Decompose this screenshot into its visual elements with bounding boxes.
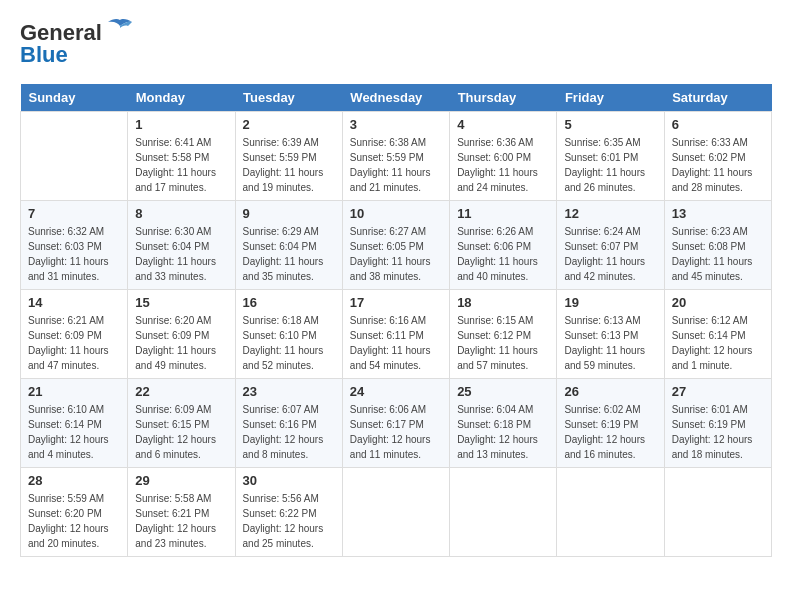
calendar-cell: 18Sunrise: 6:15 AMSunset: 6:12 PMDayligh… [450, 290, 557, 379]
calendar-cell [557, 468, 664, 557]
day-number: 26 [564, 384, 656, 399]
calendar-cell: 25Sunrise: 6:04 AMSunset: 6:18 PMDayligh… [450, 379, 557, 468]
day-number: 19 [564, 295, 656, 310]
calendar-week-row: 14Sunrise: 6:21 AMSunset: 6:09 PMDayligh… [21, 290, 772, 379]
calendar-cell: 30Sunrise: 5:56 AMSunset: 6:22 PMDayligh… [235, 468, 342, 557]
cell-info: Sunrise: 6:16 AMSunset: 6:11 PMDaylight:… [350, 313, 442, 373]
calendar-cell: 12Sunrise: 6:24 AMSunset: 6:07 PMDayligh… [557, 201, 664, 290]
cell-info: Sunrise: 6:01 AMSunset: 6:19 PMDaylight:… [672, 402, 764, 462]
calendar-week-row: 28Sunrise: 5:59 AMSunset: 6:20 PMDayligh… [21, 468, 772, 557]
calendar-cell: 15Sunrise: 6:20 AMSunset: 6:09 PMDayligh… [128, 290, 235, 379]
calendar-body: 1Sunrise: 6:41 AMSunset: 5:58 PMDaylight… [21, 112, 772, 557]
cell-info: Sunrise: 6:12 AMSunset: 6:14 PMDaylight:… [672, 313, 764, 373]
day-header-tuesday: Tuesday [235, 84, 342, 112]
cell-info: Sunrise: 5:59 AMSunset: 6:20 PMDaylight:… [28, 491, 120, 551]
cell-info: Sunrise: 6:24 AMSunset: 6:07 PMDaylight:… [564, 224, 656, 284]
day-number: 20 [672, 295, 764, 310]
cell-info: Sunrise: 6:26 AMSunset: 6:06 PMDaylight:… [457, 224, 549, 284]
logo-blue-text: Blue [20, 42, 68, 68]
cell-info: Sunrise: 6:21 AMSunset: 6:09 PMDaylight:… [28, 313, 120, 373]
calendar-cell: 20Sunrise: 6:12 AMSunset: 6:14 PMDayligh… [664, 290, 771, 379]
day-number: 15 [135, 295, 227, 310]
calendar-cell: 6Sunrise: 6:33 AMSunset: 6:02 PMDaylight… [664, 112, 771, 201]
calendar-cell: 17Sunrise: 6:16 AMSunset: 6:11 PMDayligh… [342, 290, 449, 379]
day-number: 23 [243, 384, 335, 399]
day-number: 30 [243, 473, 335, 488]
cell-info: Sunrise: 6:33 AMSunset: 6:02 PMDaylight:… [672, 135, 764, 195]
calendar-cell: 22Sunrise: 6:09 AMSunset: 6:15 PMDayligh… [128, 379, 235, 468]
day-header-wednesday: Wednesday [342, 84, 449, 112]
day-number: 25 [457, 384, 549, 399]
day-number: 9 [243, 206, 335, 221]
calendar-cell: 7Sunrise: 6:32 AMSunset: 6:03 PMDaylight… [21, 201, 128, 290]
cell-info: Sunrise: 6:02 AMSunset: 6:19 PMDaylight:… [564, 402, 656, 462]
calendar-cell: 8Sunrise: 6:30 AMSunset: 6:04 PMDaylight… [128, 201, 235, 290]
calendar-cell [342, 468, 449, 557]
calendar-cell: 2Sunrise: 6:39 AMSunset: 5:59 PMDaylight… [235, 112, 342, 201]
calendar-cell: 21Sunrise: 6:10 AMSunset: 6:14 PMDayligh… [21, 379, 128, 468]
cell-info: Sunrise: 6:29 AMSunset: 6:04 PMDaylight:… [243, 224, 335, 284]
day-header-saturday: Saturday [664, 84, 771, 112]
calendar-cell: 4Sunrise: 6:36 AMSunset: 6:00 PMDaylight… [450, 112, 557, 201]
day-number: 17 [350, 295, 442, 310]
day-number: 7 [28, 206, 120, 221]
cell-info: Sunrise: 6:04 AMSunset: 6:18 PMDaylight:… [457, 402, 549, 462]
cell-info: Sunrise: 6:27 AMSunset: 6:05 PMDaylight:… [350, 224, 442, 284]
day-number: 28 [28, 473, 120, 488]
calendar-cell: 9Sunrise: 6:29 AMSunset: 6:04 PMDaylight… [235, 201, 342, 290]
calendar-cell: 13Sunrise: 6:23 AMSunset: 6:08 PMDayligh… [664, 201, 771, 290]
day-number: 29 [135, 473, 227, 488]
calendar-cell: 3Sunrise: 6:38 AMSunset: 5:59 PMDaylight… [342, 112, 449, 201]
calendar-cell [21, 112, 128, 201]
calendar-cell: 26Sunrise: 6:02 AMSunset: 6:19 PMDayligh… [557, 379, 664, 468]
calendar-cell: 19Sunrise: 6:13 AMSunset: 6:13 PMDayligh… [557, 290, 664, 379]
day-number: 10 [350, 206, 442, 221]
calendar-week-row: 1Sunrise: 6:41 AMSunset: 5:58 PMDaylight… [21, 112, 772, 201]
calendar-cell: 14Sunrise: 6:21 AMSunset: 6:09 PMDayligh… [21, 290, 128, 379]
cell-info: Sunrise: 6:06 AMSunset: 6:17 PMDaylight:… [350, 402, 442, 462]
day-header-monday: Monday [128, 84, 235, 112]
calendar-cell: 5Sunrise: 6:35 AMSunset: 6:01 PMDaylight… [557, 112, 664, 201]
logo: General Blue [20, 20, 134, 68]
cell-info: Sunrise: 6:13 AMSunset: 6:13 PMDaylight:… [564, 313, 656, 373]
cell-info: Sunrise: 6:35 AMSunset: 6:01 PMDaylight:… [564, 135, 656, 195]
cell-info: Sunrise: 6:30 AMSunset: 6:04 PMDaylight:… [135, 224, 227, 284]
cell-info: Sunrise: 6:15 AMSunset: 6:12 PMDaylight:… [457, 313, 549, 373]
cell-info: Sunrise: 6:36 AMSunset: 6:00 PMDaylight:… [457, 135, 549, 195]
cell-info: Sunrise: 6:07 AMSunset: 6:16 PMDaylight:… [243, 402, 335, 462]
cell-info: Sunrise: 6:10 AMSunset: 6:14 PMDaylight:… [28, 402, 120, 462]
calendar-cell: 28Sunrise: 5:59 AMSunset: 6:20 PMDayligh… [21, 468, 128, 557]
day-number: 3 [350, 117, 442, 132]
calendar-cell: 27Sunrise: 6:01 AMSunset: 6:19 PMDayligh… [664, 379, 771, 468]
cell-info: Sunrise: 6:41 AMSunset: 5:58 PMDaylight:… [135, 135, 227, 195]
logo-bird-icon [106, 18, 134, 40]
day-number: 12 [564, 206, 656, 221]
calendar-table: SundayMondayTuesdayWednesdayThursdayFrid… [20, 84, 772, 557]
day-number: 8 [135, 206, 227, 221]
day-number: 11 [457, 206, 549, 221]
day-number: 14 [28, 295, 120, 310]
day-number: 2 [243, 117, 335, 132]
cell-info: Sunrise: 6:09 AMSunset: 6:15 PMDaylight:… [135, 402, 227, 462]
calendar-cell: 24Sunrise: 6:06 AMSunset: 6:17 PMDayligh… [342, 379, 449, 468]
day-number: 5 [564, 117, 656, 132]
cell-info: Sunrise: 6:23 AMSunset: 6:08 PMDaylight:… [672, 224, 764, 284]
calendar-cell: 16Sunrise: 6:18 AMSunset: 6:10 PMDayligh… [235, 290, 342, 379]
day-number: 24 [350, 384, 442, 399]
cell-info: Sunrise: 6:18 AMSunset: 6:10 PMDaylight:… [243, 313, 335, 373]
cell-info: Sunrise: 6:32 AMSunset: 6:03 PMDaylight:… [28, 224, 120, 284]
day-number: 27 [672, 384, 764, 399]
day-header-friday: Friday [557, 84, 664, 112]
calendar-week-row: 7Sunrise: 6:32 AMSunset: 6:03 PMDaylight… [21, 201, 772, 290]
calendar-week-row: 21Sunrise: 6:10 AMSunset: 6:14 PMDayligh… [21, 379, 772, 468]
day-number: 13 [672, 206, 764, 221]
cell-info: Sunrise: 5:56 AMSunset: 6:22 PMDaylight:… [243, 491, 335, 551]
calendar-cell [450, 468, 557, 557]
day-number: 6 [672, 117, 764, 132]
page-header: General Blue [20, 20, 772, 68]
day-header-sunday: Sunday [21, 84, 128, 112]
day-number: 22 [135, 384, 227, 399]
day-number: 18 [457, 295, 549, 310]
cell-info: Sunrise: 6:20 AMSunset: 6:09 PMDaylight:… [135, 313, 227, 373]
day-number: 21 [28, 384, 120, 399]
